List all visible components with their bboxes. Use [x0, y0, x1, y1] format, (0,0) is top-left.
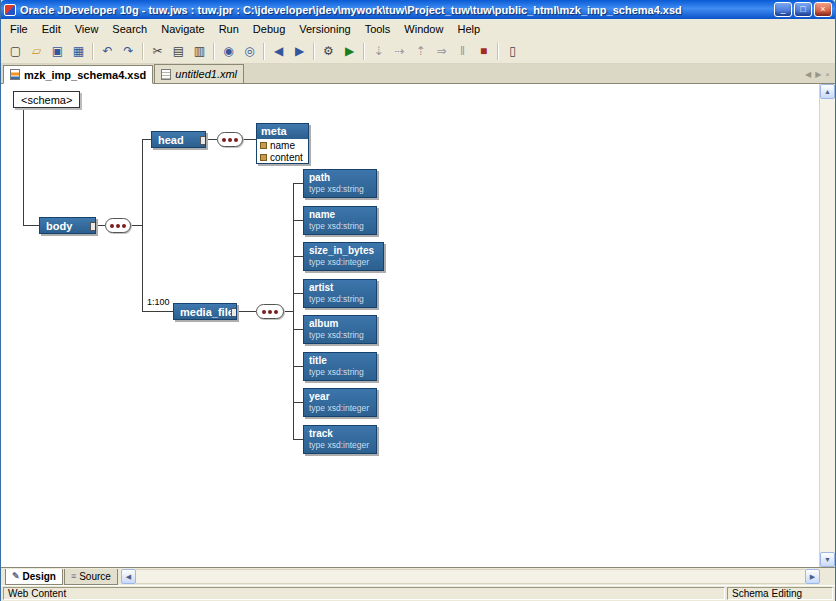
search-button[interactable]: ◉	[218, 41, 239, 61]
element-node-track[interactable]: track type xsd:integer	[303, 425, 377, 454]
close-button[interactable]: ×	[814, 2, 832, 17]
element-label: body	[46, 220, 72, 232]
window-title: Oracle JDeveloper 10g - tuw.jws : tuw.jp…	[20, 4, 770, 16]
element-name: name	[309, 209, 371, 221]
element-node-name[interactable]: name type xsd:string	[303, 206, 377, 235]
tab-close-button[interactable]: ×	[825, 70, 830, 79]
sequence-icon[interactable]	[256, 304, 284, 319]
connector-line	[96, 225, 105, 226]
maximize-button[interactable]: □	[794, 2, 812, 17]
status-bar: Web Content Schema Editing	[1, 585, 835, 601]
menu-run[interactable]: Run	[212, 21, 246, 37]
tab-label: untitled1.xml	[175, 68, 237, 80]
tab-scroll-right-button[interactable]: ▶	[815, 70, 821, 79]
connector-line	[293, 220, 303, 221]
element-node-media-file[interactable]: media_file	[173, 303, 237, 320]
xsd-file-icon	[10, 69, 20, 80]
resume-button[interactable]: ⇒	[431, 41, 452, 61]
element-node-head[interactable]: head	[151, 131, 206, 148]
schema-root-node[interactable]: <schema>	[13, 91, 80, 108]
sequence-icon[interactable]	[105, 218, 131, 233]
make-button[interactable]: ⚙	[318, 41, 339, 61]
toolbar-separator	[263, 43, 265, 60]
minimize-button[interactable]: _	[774, 2, 792, 17]
vertical-scrollbar[interactable]: ▲ ▼	[819, 84, 835, 567]
document-tab-bar: mzk_imp_schema4.xsd untitled1.xml ◀ ▶ ×	[1, 64, 835, 84]
element-node-year[interactable]: year type xsd:integer	[303, 388, 377, 417]
connector-line	[293, 183, 303, 184]
step-over-button[interactable]: ⇢	[389, 41, 410, 61]
attribute-row-name[interactable]: name	[257, 139, 308, 151]
connector-line	[293, 256, 303, 257]
tab-source[interactable]: ≡ Source	[64, 569, 118, 585]
cut-button[interactable]: ✂	[147, 41, 168, 61]
tab-mzk-imp-schema4-xsd[interactable]: mzk_imp_schema4.xsd	[3, 65, 153, 84]
tab-untitled1-xml[interactable]: untitled1.xml	[154, 64, 244, 83]
element-name: album	[309, 318, 371, 330]
element-node-body[interactable]: body	[39, 217, 96, 234]
schema-design-canvas[interactable]: <schema> body head meta name	[1, 84, 819, 567]
undo-button[interactable]: ↶	[97, 41, 118, 61]
connector-line	[293, 366, 303, 367]
element-label: head	[158, 134, 184, 146]
menu-edit[interactable]: Edit	[35, 21, 68, 37]
element-label: media_file	[180, 306, 234, 318]
menu-versioning[interactable]: Versioning	[292, 21, 357, 37]
sequence-icon[interactable]	[217, 132, 243, 147]
element-type: type xsd:string	[309, 221, 371, 231]
bottom-bar: ✎ Design ≡ Source ◀ ▶	[1, 567, 835, 585]
pause-button[interactable]: ‖	[452, 41, 473, 61]
tab-label: mzk_imp_schema4.xsd	[24, 69, 146, 81]
scroll-up-button[interactable]: ▲	[820, 84, 835, 99]
connector-line	[293, 439, 303, 440]
element-node-album[interactable]: album type xsd:string	[303, 315, 377, 344]
redo-button[interactable]: ↷	[118, 41, 139, 61]
menu-view[interactable]: View	[68, 21, 106, 37]
scroll-left-button[interactable]: ◀	[121, 569, 136, 584]
stop-button[interactable]: ■	[473, 41, 494, 61]
attribute-row-content[interactable]: content	[257, 151, 308, 163]
scrollbar-corner	[820, 569, 835, 584]
toolbar-separator	[313, 43, 315, 60]
step-out-button[interactable]: ⇡	[410, 41, 431, 61]
save-all-button[interactable]: ▦	[68, 41, 89, 61]
element-node-size-in-bytes[interactable]: size_in_bytes type xsd:integer	[303, 242, 384, 271]
delete-button[interactable]: ▯	[502, 41, 523, 61]
new-file-button[interactable]: ▢	[5, 41, 26, 61]
menu-tools[interactable]: Tools	[358, 21, 398, 37]
scroll-down-button[interactable]: ▼	[820, 552, 835, 567]
tab-design[interactable]: ✎ Design	[5, 569, 63, 585]
scrollbar-track[interactable]	[136, 569, 805, 584]
copy-button[interactable]: ▤	[168, 41, 189, 61]
element-type: type xsd:string	[309, 330, 371, 340]
menu-window[interactable]: Window	[397, 21, 450, 37]
element-node-path[interactable]: path type xsd:string	[303, 169, 377, 198]
open-file-button[interactable]: ▱	[26, 41, 47, 61]
menu-help[interactable]: Help	[450, 21, 487, 37]
menu-navigate[interactable]: Navigate	[154, 21, 211, 37]
xml-file-icon	[161, 69, 171, 80]
search-in-files-button[interactable]: ◎	[239, 41, 260, 61]
window-controls: _ □ ×	[774, 2, 832, 17]
tab-scroll-left-button[interactable]: ◀	[805, 70, 811, 79]
paste-button[interactable]: ▥	[189, 41, 210, 61]
scroll-right-button[interactable]: ▶	[805, 569, 820, 584]
menu-debug[interactable]: Debug	[246, 21, 292, 37]
back-button[interactable]: ◀	[268, 41, 289, 61]
element-node-meta[interactable]: meta name content	[256, 123, 309, 164]
element-type: type xsd:string	[309, 294, 371, 304]
title-bar[interactable]: Oracle JDeveloper 10g - tuw.jws : tuw.jp…	[1, 0, 835, 19]
run-button[interactable]: ▶	[339, 41, 360, 61]
menu-file[interactable]: File	[3, 21, 35, 37]
element-node-artist[interactable]: artist type xsd:string	[303, 279, 377, 308]
connector-line	[23, 107, 24, 225]
element-type: type xsd:integer	[309, 440, 371, 450]
attribute-label: content	[270, 152, 303, 163]
app-icon	[4, 4, 16, 16]
element-node-title[interactable]: title type xsd:string	[303, 352, 377, 381]
save-button[interactable]: ▣	[47, 41, 68, 61]
forward-button[interactable]: ▶	[289, 41, 310, 61]
horizontal-scrollbar[interactable]: ◀ ▶	[121, 569, 835, 585]
step-into-button[interactable]: ⇣	[368, 41, 389, 61]
menu-search[interactable]: Search	[105, 21, 154, 37]
